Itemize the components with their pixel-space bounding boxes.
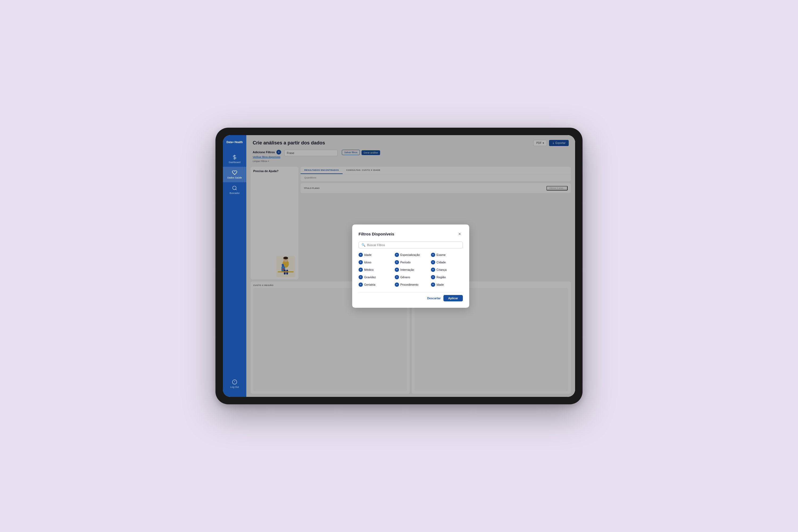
sidebar-buscador-label: Buscador xyxy=(230,192,240,194)
filter-chip-label: Geriatria xyxy=(364,283,375,286)
filter-plus-icon: + xyxy=(431,268,435,272)
filter-chip-procedimento[interactable]: + Procedimento xyxy=(395,283,427,287)
filter-chip-cidade[interactable]: + Cidade xyxy=(431,260,463,264)
filter-column-3: + Exame + Cidade + Criança xyxy=(431,253,463,287)
modal-close-button[interactable]: × xyxy=(456,231,463,237)
filter-chip-geriatria[interactable]: + Geriatria xyxy=(359,283,391,287)
filter-chip-especializacao[interactable]: + Especialização xyxy=(395,253,427,257)
filter-chip-label: Idoso xyxy=(364,261,371,264)
filter-plus-icon: + xyxy=(395,260,399,264)
modal-search-input[interactable] xyxy=(367,243,460,247)
modal-header: Filtros Disponíveis × xyxy=(359,231,463,237)
filter-chip-label: Idade xyxy=(364,253,372,256)
filter-chip-crianca[interactable]: + Criança xyxy=(431,268,463,272)
filter-chip-label: Gênero xyxy=(400,276,410,279)
filters-grid: + Idade + Idoso + Médico xyxy=(359,253,463,287)
filter-column-2: + Especialização + Período + Internação xyxy=(395,253,427,287)
filter-plus-icon: + xyxy=(395,268,399,272)
filter-chip-label: Cidade xyxy=(437,261,446,264)
modal-search-icon: 🔍 xyxy=(361,243,365,247)
filter-plus-icon: + xyxy=(395,283,399,287)
tablet-device: Data+ Health Dashboard Dados Saúde xyxy=(215,128,583,404)
filter-plus-icon: + xyxy=(395,275,399,279)
modal-overlay: Filtros Disponíveis × 🔍 + xyxy=(246,135,575,397)
filter-chip-gravidez[interactable]: + Gravidez xyxy=(359,275,391,279)
filter-chip-label: Especialização xyxy=(400,253,420,256)
filtros-modal: Filtros Disponíveis × 🔍 + xyxy=(352,225,469,308)
dollar-sign-icon xyxy=(232,155,237,160)
filter-plus-icon: + xyxy=(431,283,435,287)
filter-plus-icon: + xyxy=(431,260,435,264)
sidebar-item-dashboard[interactable]: Dashboard xyxy=(223,151,246,167)
apply-button[interactable]: Aplicar xyxy=(443,295,463,301)
filter-chip-label: Período xyxy=(400,261,411,264)
filter-chip-idade[interactable]: + Idade xyxy=(359,253,391,257)
modal-title: Filtros Disponíveis xyxy=(359,232,394,236)
sidebar-item-buscador[interactable]: Buscador xyxy=(223,182,246,198)
filter-chip-label: Gravidez xyxy=(364,276,376,279)
filter-column-1: + Idade + Idoso + Médico xyxy=(359,253,391,287)
filter-chip-label: Região xyxy=(437,276,446,279)
filter-chip-periodo[interactable]: + Período xyxy=(395,260,427,264)
filter-chip-label: Internação xyxy=(400,268,414,271)
filter-chip-label: Criança xyxy=(437,268,446,271)
sidebar-dashboard-label: Dashboard xyxy=(229,161,241,164)
filter-chip-label: Exame xyxy=(437,253,445,256)
filter-chip-internacao[interactable]: + Internação xyxy=(395,268,427,272)
filter-chip-label: Médico xyxy=(364,268,374,271)
filter-plus-icon: + xyxy=(431,253,435,257)
close-icon: × xyxy=(458,232,461,236)
filter-plus-icon: + xyxy=(359,275,363,279)
discard-button[interactable]: Descartar xyxy=(427,297,441,300)
filter-chip-regiao[interactable]: + Região xyxy=(431,275,463,279)
sidebar: Data+ Health Dashboard Dados Saúde xyxy=(223,135,246,397)
filter-chip-label: Procedimento xyxy=(400,283,418,286)
filter-chip-exame[interactable]: + Exame xyxy=(431,253,463,257)
logout-icon xyxy=(232,379,237,385)
sidebar-logout-label: Log Out xyxy=(230,386,239,388)
filter-plus-icon: + xyxy=(431,275,435,279)
filter-chip-idoso[interactable]: + Idoso xyxy=(359,260,391,264)
modal-footer: Descartar Aplicar xyxy=(359,292,463,301)
filter-chip-label: Idade xyxy=(437,283,444,286)
sidebar-logo: Data+ Health xyxy=(225,140,245,144)
tablet-screen: Data+ Health Dashboard Dados Saúde xyxy=(223,135,575,397)
filter-plus-icon: + xyxy=(359,253,363,257)
svg-point-1 xyxy=(233,186,236,190)
svg-line-2 xyxy=(236,189,237,190)
filter-plus-icon: + xyxy=(395,253,399,257)
filter-plus-icon: + xyxy=(359,268,363,272)
filter-chip-genero[interactable]: + Gênero xyxy=(395,275,427,279)
sidebar-item-dados-saude[interactable]: Dados Saúde xyxy=(223,167,246,182)
filter-plus-icon: + xyxy=(359,260,363,264)
sidebar-logout-button[interactable]: Log Out xyxy=(223,376,246,392)
modal-search-bar: 🔍 xyxy=(359,242,463,248)
filter-chip-idade-2[interactable]: + Idade xyxy=(431,283,463,287)
filter-plus-icon: + xyxy=(359,283,363,287)
sidebar-dados-saude-label: Dados Saúde xyxy=(227,176,242,179)
filter-chip-medico[interactable]: + Médico xyxy=(359,268,391,272)
search-icon xyxy=(232,185,237,191)
heart-icon xyxy=(232,170,237,175)
main-content: Crie análises a partir dos dados PDF ▾ ⤓… xyxy=(246,135,575,397)
